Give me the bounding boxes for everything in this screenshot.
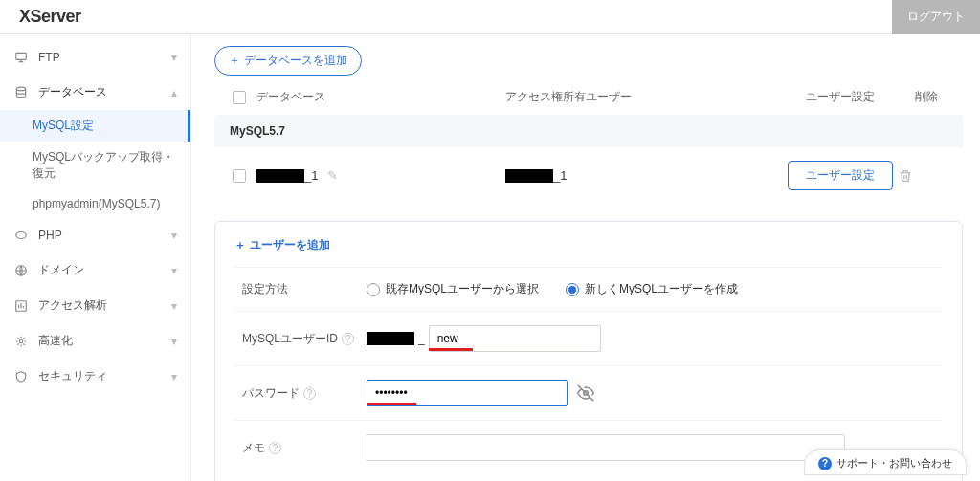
chevron-down-icon: ▾ (171, 299, 177, 313)
sidebar-item-label: セキュリティ (38, 368, 107, 384)
sidebar-item-label: ドメイン (38, 262, 84, 278)
add-user-heading: ＋ ユーザーを追加 (234, 237, 943, 253)
brand-logo: XServer (19, 7, 81, 27)
cell-access-user: _1 (505, 168, 754, 184)
col-database: データベース (256, 89, 505, 105)
sidebar-sub-phpmyadmin[interactable]: phpmyadmin(MySQL5.7) (0, 189, 190, 218)
add-database-label: データベースを追加 (244, 53, 347, 69)
highlight-underline (429, 348, 473, 351)
radio-label: 新しくMySQLユーザーを作成 (585, 282, 738, 295)
password-label: パスワード (242, 385, 300, 402)
add-database-button[interactable]: ＋ データベースを追加 (214, 46, 362, 76)
svg-point-1 (16, 87, 25, 91)
sidebar-item-database[interactable]: データベース ▴ (0, 75, 190, 110)
sidebar-item-label: FTP (38, 51, 60, 64)
select-all-checkbox[interactable] (233, 91, 246, 104)
form-row-method: 設定方法 既存MySQLユーザーから選択 新しくMySQLユーザーを作成 (234, 267, 943, 311)
form-row-userid: MySQLユーザーID? _ (234, 311, 943, 365)
question-icon: ? (818, 457, 832, 470)
col-access-user: アクセス権所有ユーザー (505, 89, 754, 105)
chevron-down-icon: ▾ (171, 229, 177, 242)
chart-icon (13, 298, 29, 314)
help-icon[interactable]: ? (342, 333, 354, 345)
add-user-label: ユーザーを追加 (250, 237, 330, 253)
sidebar-item-ftp[interactable]: FTP ▾ (0, 40, 190, 75)
chevron-up-icon: ▴ (171, 86, 177, 99)
sidebar-item-label: 高速化 (38, 333, 73, 349)
main-content: ＋ データベースを追加 データベース アクセス権所有ユーザー ユーザー設定 削除… (191, 34, 980, 481)
sidebar-item-label: アクセス解析 (38, 297, 107, 314)
eye-off-icon[interactable] (577, 384, 594, 402)
chevron-down-icon: ▾ (171, 370, 177, 383)
sidebar: FTP ▾ データベース ▴ MySQL設定 MySQLバックアップ取得・復元 … (0, 34, 191, 481)
svg-point-2 (16, 232, 27, 239)
redacted-text (256, 169, 304, 183)
chevron-down-icon: ▾ (171, 264, 177, 277)
support-label: サポート・お問い合わせ (836, 456, 952, 470)
user-setting-button[interactable]: ユーザー設定 (788, 161, 893, 190)
sidebar-item-label: PHP (38, 229, 62, 242)
redacted-text (367, 332, 414, 345)
svg-rect-0 (16, 53, 27, 59)
header: XServer ログアウト (0, 0, 980, 34)
uid-label: MySQLユーザーID (242, 331, 338, 347)
globe-icon (13, 263, 29, 278)
sidebar-sub-backup[interactable]: MySQLバックアップ取得・復元 (0, 142, 190, 189)
sidebar-item-speedup[interactable]: 高速化 ▾ (0, 323, 190, 359)
add-user-panel: ＋ ユーザーを追加 設定方法 既存MySQLユーザーから選択 新しくMySQLユ… (214, 221, 963, 481)
radio-new[interactable]: 新しくMySQLユーザーを作成 (566, 281, 738, 297)
sidebar-item-analytics[interactable]: アクセス解析 ▾ (0, 288, 190, 323)
help-icon[interactable]: ? (269, 442, 281, 454)
database-icon (13, 85, 29, 100)
table-header: データベース アクセス権所有ユーザー ユーザー設定 削除 (214, 76, 963, 115)
logout-button[interactable]: ログアウト (892, 0, 980, 34)
highlight-underline (367, 403, 416, 405)
uid-suffix: _ (418, 332, 425, 345)
chevron-down-icon: ▾ (171, 335, 177, 348)
memo-label: メモ (242, 440, 265, 456)
col-user-setting: ユーザー設定 (783, 89, 898, 105)
method-label: 設定方法 (242, 281, 367, 297)
brand-x: X (19, 7, 31, 26)
sidebar-item-domain[interactable]: ドメイン ▾ (0, 252, 190, 288)
sidebar-sub-mysql[interactable]: MySQL設定 (0, 110, 190, 142)
sidebar-item-label: データベース (38, 84, 107, 100)
monitor-icon (13, 50, 29, 65)
db-version-row: MySQL5.7 (214, 115, 963, 147)
shield-icon (13, 369, 29, 384)
chevron-down-icon: ▾ (171, 51, 177, 64)
sidebar-item-security[interactable]: セキュリティ ▾ (0, 359, 190, 394)
support-button[interactable]: ? サポート・お問い合わせ (804, 449, 967, 475)
radio-existing[interactable]: 既存MySQLユーザーから選択 (367, 281, 539, 297)
svg-point-5 (19, 339, 23, 343)
db-name-suffix: _1 (304, 168, 318, 183)
speed-icon (13, 334, 29, 349)
edit-icon[interactable]: ✎ (327, 168, 338, 183)
radio-label: 既存MySQLユーザーから選択 (386, 282, 539, 295)
brand-rest: Server (31, 7, 81, 26)
redacted-text (505, 169, 553, 183)
row-checkbox[interactable] (233, 169, 246, 183)
plus-icon: ＋ (234, 237, 246, 253)
trash-icon[interactable] (898, 168, 955, 184)
cell-database: _1 ✎ (256, 168, 505, 184)
php-icon (13, 228, 29, 243)
help-icon[interactable]: ? (303, 387, 316, 400)
plus-icon: ＋ (229, 53, 240, 69)
table-row: _1 ✎ _1 ユーザー設定 (214, 147, 963, 204)
col-delete: 削除 (898, 89, 955, 105)
sidebar-item-php[interactable]: PHP ▾ (0, 218, 190, 252)
access-user-suffix: _1 (553, 168, 567, 183)
form-row-password: パスワード? (234, 365, 943, 420)
memo-input[interactable] (367, 434, 845, 461)
